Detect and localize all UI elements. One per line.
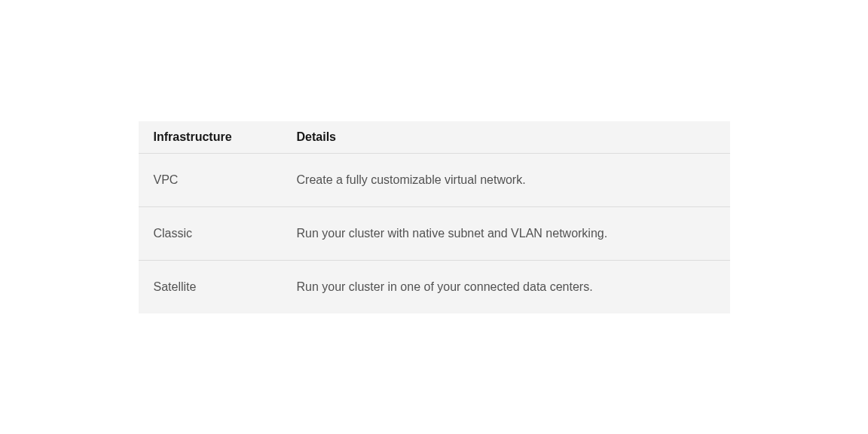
cell-details: Run your cluster with native subnet and … — [282, 206, 730, 260]
cell-details: Run your cluster in one of your connecte… — [282, 260, 730, 313]
cell-infrastructure: Satellite — [139, 260, 282, 313]
table-row: Classic Run your cluster with native sub… — [139, 206, 730, 260]
table-row: Satellite Run your cluster in one of you… — [139, 260, 730, 313]
infrastructure-table-container: Infrastructure Details VPC Create a full… — [139, 121, 730, 313]
table-row: VPC Create a fully customizable virtual … — [139, 153, 730, 206]
cell-infrastructure: Classic — [139, 206, 282, 260]
header-details: Details — [282, 121, 730, 154]
infrastructure-table: Infrastructure Details VPC Create a full… — [139, 121, 730, 313]
table-header-row: Infrastructure Details — [139, 121, 730, 154]
header-infrastructure: Infrastructure — [139, 121, 282, 154]
cell-details: Create a fully customizable virtual netw… — [282, 153, 730, 206]
cell-infrastructure: VPC — [139, 153, 282, 206]
